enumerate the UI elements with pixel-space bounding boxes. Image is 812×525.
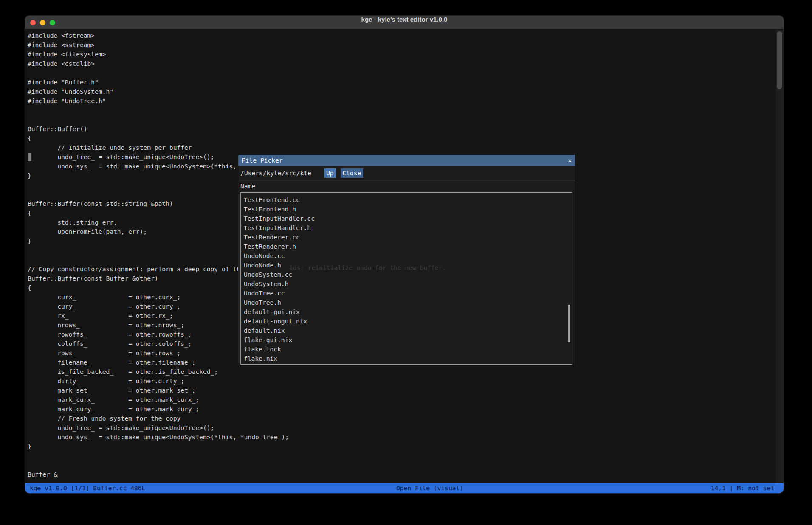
file-list-item[interactable]: TestFrontend.h (241, 205, 572, 214)
file-list-item[interactable]: UndoNode.h (241, 261, 572, 270)
file-list-item[interactable]: TestInputHandler.h (241, 223, 572, 233)
code-line: #include "UndoSystem.h" (28, 87, 289, 96)
code-line: #include <filesystem> (28, 50, 289, 59)
editor-scrollbar[interactable] (776, 30, 784, 483)
code-line: #include <sstream> (28, 40, 289, 50)
code-line: Buffer & (28, 470, 289, 479)
code-line: #include "Buffer.h" (28, 78, 289, 87)
code-line: } (28, 442, 289, 451)
file-list: TestFrontend.ccTestFrontend.hTestInputHa… (240, 192, 572, 365)
up-button[interactable]: Up (324, 168, 336, 178)
code-line: undo_tree_ = std::make_unique<UndoTree>(… (28, 423, 289, 432)
file-picker-titlebar[interactable]: File Picker ✕ (238, 155, 575, 166)
desktop-background: kge - kyle's text editor v1.0.0 #include… (0, 0, 812, 525)
file-list-item[interactable]: flake.lock (241, 345, 572, 354)
status-left: kge v1.0.0 [1/1] Buffer.cc 486L (30, 483, 145, 493)
code-line: #include <cstdlib> (28, 59, 289, 68)
code-line: // Initialize undo system per buffer (28, 143, 289, 152)
file-picker-dialog: File Picker ✕ /Users/kyle/src/kte Up Clo… (238, 155, 575, 365)
code-line: // Fresh undo system for the copy (28, 414, 289, 423)
close-button[interactable]: Close (341, 168, 364, 178)
file-list-item[interactable]: flake-gui.nix (241, 335, 572, 345)
code-line (28, 68, 289, 78)
code-line (28, 106, 289, 115)
text-cursor (28, 153, 31, 161)
code-line: undo_sys_ = std::make_unique<UndoSystem>… (28, 432, 289, 442)
file-list-item[interactable]: TestInputHandler.cc (241, 214, 572, 223)
code-line: is_file_backed_ = other.is_file_backed_; (28, 367, 289, 376)
file-picker-title: File Picker (242, 155, 283, 166)
status-center: Open File (visual) (396, 483, 463, 493)
file-list-item[interactable]: UndoSystem.cc (241, 270, 572, 279)
file-list-item[interactable]: UndoSystem.h (241, 279, 572, 289)
code-line: #include "UndoTree.h" (28, 96, 289, 106)
file-picker-path-row: /Users/kyle/src/kte Up Close (238, 166, 575, 180)
code-line (28, 115, 289, 124)
editor-scrollbar-thumb[interactable] (777, 31, 782, 89)
code-line: mark_set_ = other.mark_set_; (28, 386, 289, 395)
file-list-item[interactable]: default-gui.nix (241, 307, 572, 317)
current-path: /Users/kyle/src/kte (240, 169, 311, 177)
code-line (28, 460, 289, 470)
dialog-close-icon[interactable]: ✕ (568, 155, 572, 166)
file-list-item[interactable]: default-nogui.nix (241, 317, 572, 326)
code-line: { (28, 134, 289, 143)
code-line: Buffer::Buffer() (28, 124, 289, 134)
code-line: dirty_ = other.dirty_; (28, 376, 289, 386)
window-title: kge - kyle's text editor v1.0.0 (25, 16, 784, 29)
column-header-name: Name (240, 180, 255, 192)
file-list-item[interactable]: TestRenderer.cc (241, 233, 572, 242)
file-list-item[interactable]: default.nix (241, 326, 572, 335)
code-line: mark_curx_ = other.mark_curx_; (28, 395, 289, 404)
file-list-item[interactable]: TestRenderer.h (241, 242, 572, 251)
code-line: #include <fstream> (28, 31, 289, 40)
code-line (28, 451, 289, 460)
file-list-item[interactable]: UndoNode.cc (241, 251, 572, 261)
code-line: mark_cury_ = other.mark_cury_; (28, 404, 289, 414)
file-list-scrollbar-thumb[interactable] (568, 305, 570, 342)
file-list-item[interactable]: UndoTree.cc (241, 289, 572, 298)
window-titlebar[interactable]: kge - kyle's text editor v1.0.0 (25, 16, 784, 29)
file-list-item[interactable]: TestFrontend.cc (241, 195, 572, 205)
status-bar: kge v1.0.0 [1/1] Buffer.cc 486L Open Fil… (25, 483, 784, 493)
editor-window: kge - kyle's text editor v1.0.0 #include… (25, 16, 784, 493)
file-list-item[interactable]: flake.nix (241, 354, 572, 363)
status-right: 14,1 | M: not set (711, 483, 774, 493)
file-list-item[interactable]: UndoTree.h (241, 298, 572, 307)
